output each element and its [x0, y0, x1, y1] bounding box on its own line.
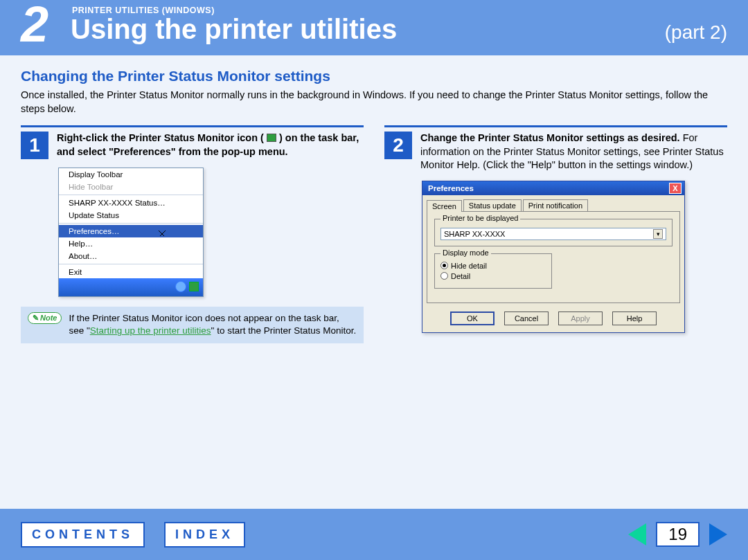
ok-button: OK	[450, 311, 495, 325]
printer-fieldset: Printer to be displayed SHARP XX-XXXX ▾	[434, 219, 673, 246]
step-1-body: Right-click the Printer Status Monitor i…	[57, 132, 364, 159]
note-badge: Note	[28, 312, 62, 324]
chevron-down-icon: ▾	[653, 229, 663, 239]
step-1-text-before: Right-click the Printer Status Monitor i…	[57, 132, 264, 143]
menu-status: SHARP XX-XXXX Status…	[59, 197, 203, 209]
dialog-titlebar: Preferences X	[422, 181, 684, 195]
printer-combo: SHARP XX-XXXX ▾	[440, 228, 666, 240]
part-label: (part 2)	[665, 21, 727, 44]
menu-exit: Exit	[59, 266, 203, 278]
cancel-button: Cancel	[504, 311, 549, 325]
help-button: Help	[612, 311, 657, 325]
next-page-button[interactable]	[709, 523, 727, 545]
radio-detail-row: Detail	[440, 272, 546, 280]
apply-button: Apply	[558, 311, 603, 325]
radio-hide-detail-row: Hide detail	[440, 262, 546, 270]
taskbar-strip	[59, 278, 203, 296]
tab-print-notification: Print notification	[523, 199, 588, 211]
intro-text: Once installed, the Printer Status Monit…	[21, 89, 727, 116]
note-body: If the Printer Status Monitor icon does …	[69, 312, 357, 337]
pager: 19	[628, 522, 727, 547]
page-title: Using the printer utilities	[71, 14, 397, 45]
menu-display-toolbar: Display Toolbar	[59, 168, 203, 181]
step-1: 1 Right-click the Printer Status Monitor…	[21, 125, 364, 159]
display-mode-legend: Display mode	[440, 249, 491, 257]
close-icon: X	[669, 183, 682, 194]
printer-legend: Printer to be displayed	[440, 214, 520, 222]
dialog-title: Preferences	[428, 184, 474, 192]
index-button[interactable]: INDEX	[164, 522, 245, 548]
context-menu-screenshot: Display Toolbar Hide Toolbar SHARP XX-XX…	[58, 168, 204, 297]
menu-separator	[59, 264, 203, 264]
radio-detail-label: Detail	[451, 272, 470, 280]
menu-about: About…	[59, 250, 203, 262]
step-2-body: Change the Printer Status Monitor settin…	[420, 132, 727, 172]
page-number: 19	[656, 522, 700, 547]
prev-page-button[interactable]	[628, 523, 646, 545]
menu-separator	[59, 223, 203, 224]
dialog-body: Printer to be displayed SHARP XX-XXXX ▾ …	[427, 211, 680, 303]
dialog-buttons: OK Cancel Apply Help	[422, 307, 684, 332]
dialog-tabs: Screen Status update Print notification	[422, 195, 684, 211]
tab-screen: Screen	[427, 200, 462, 212]
prev-arrow-icon	[628, 523, 646, 545]
note-text-after: " to start the Printer Status Monitor.	[211, 325, 357, 336]
step-2: 2 Change the Printer Status Monitor sett…	[384, 125, 727, 172]
chapter-number: 2	[21, 0, 48, 53]
radio-detail	[440, 272, 448, 280]
radio-hide-detail-label: Hide detail	[451, 262, 487, 270]
page-footer: CONTENTS INDEX 19	[0, 509, 748, 560]
left-column: 1 Right-click the Printer Status Monitor…	[21, 125, 364, 343]
next-arrow-icon	[709, 523, 727, 545]
section-heading: Changing the Printer Status Monitor sett…	[21, 68, 727, 84]
tray-printer-icon	[189, 282, 199, 291]
note-block: Note If the Printer Status Monitor icon …	[21, 307, 364, 343]
step-2-bold: Change the Printer Status Monitor settin…	[420, 132, 680, 143]
note-link[interactable]: Starting up the printer utilities	[90, 325, 211, 336]
menu-update-status: Update Status	[59, 209, 203, 222]
page-header: 2 PRINTER UTILITIES (WINDOWS) Using the …	[0, 0, 748, 55]
menu-hide-toolbar: Hide Toolbar	[59, 181, 203, 193]
menu-help: Help…	[59, 237, 203, 250]
preferences-dialog-screenshot: Preferences X Screen Status update Print…	[422, 181, 685, 333]
printer-combo-value: SHARP XX-XXXX	[444, 230, 505, 238]
printer-status-monitor-icon	[267, 134, 276, 142]
right-column: 2 Change the Printer Status Monitor sett…	[384, 125, 727, 343]
step-2-number: 2	[384, 132, 412, 159]
tray-expand-icon	[175, 281, 186, 292]
contents-button[interactable]: CONTENTS	[21, 522, 145, 548]
menu-preferences-selected: Preferences…	[59, 225, 203, 237]
menu-separator	[59, 195, 203, 195]
tab-status-update: Status update	[463, 199, 522, 211]
display-mode-fieldset: Display mode Hide detail Detail	[434, 253, 552, 289]
step-1-number: 1	[21, 132, 48, 159]
content-area: Changing the Printer Status Monitor sett…	[0, 55, 748, 509]
radio-hide-detail	[440, 262, 448, 269]
